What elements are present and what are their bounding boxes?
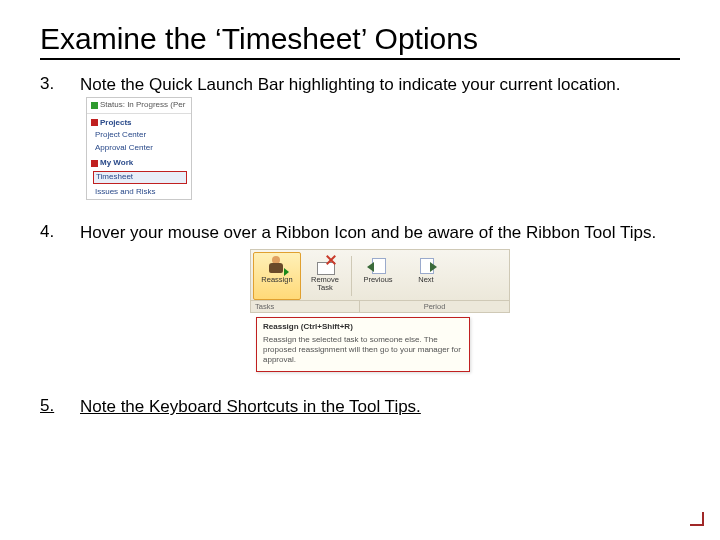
person-reassign-icon	[266, 255, 288, 275]
status-indicator-icon	[91, 102, 98, 109]
next-icon	[415, 255, 437, 275]
step-number: 5.	[40, 372, 80, 417]
remove-task-icon	[314, 255, 336, 275]
ql-section-heading: My Work	[87, 154, 191, 169]
corner-decoration-icon	[690, 512, 704, 526]
ribbon-separator	[351, 256, 352, 296]
quick-launch-screenshot: Status: In Progress (Per Projects Projec…	[86, 97, 192, 200]
ribbon-button-label: Reassign	[261, 276, 292, 284]
ribbon-button-previous: Previous	[354, 252, 402, 300]
step-number: 4.	[40, 200, 80, 373]
step-text: Note the Keyboard Shortcuts in the Tool …	[80, 397, 421, 416]
step-body: Note the Quick Launch Bar highlighting t…	[80, 66, 680, 200]
ribbon-groups: Tasks Period	[250, 301, 510, 313]
slide: Examine the ‘Timesheet’ Options 3. Note …	[0, 0, 720, 540]
step-text: Hover your mouse over a Ribbon Icon and …	[80, 223, 656, 242]
step-body: Hover your mouse over a Ribbon Icon and …	[80, 200, 680, 373]
ribbon-button-reassign: Reassign	[253, 252, 301, 300]
ribbon-group-label: Tasks	[251, 301, 360, 312]
ribbon-tooltip: Reassign (Ctrl+Shift+R) Reassign the sel…	[256, 317, 470, 372]
step-5: 5. Note the Keyboard Shortcuts in the To…	[40, 372, 680, 417]
step-text: Note the Quick Launch Bar highlighting t…	[80, 75, 621, 94]
ql-section-heading: Projects	[87, 114, 191, 129]
status-line: Status: In Progress (Per	[87, 98, 191, 114]
ql-item-selected: Timesheet	[93, 171, 187, 184]
ribbon-button-label: Previous	[363, 276, 392, 284]
bullet-icon	[91, 160, 98, 167]
ribbon-screenshot: Reassign Remove Task Previous	[250, 249, 510, 372]
slide-title: Examine the ‘Timesheet’ Options	[40, 22, 680, 60]
ribbon-button-next: Next	[402, 252, 450, 300]
ribbon-button-remove-task: Remove Task	[301, 252, 349, 300]
tooltip-title: Reassign (Ctrl+Shift+R)	[263, 322, 463, 332]
ql-item: Approval Center	[87, 142, 191, 155]
ribbon-button-label: Remove Task	[304, 276, 346, 292]
step-body: Note the Keyboard Shortcuts in the Tool …	[80, 372, 680, 417]
step-number: 3.	[40, 66, 80, 200]
previous-icon	[367, 255, 389, 275]
ribbon-group-label: Period	[360, 301, 509, 312]
bullet-icon	[91, 119, 98, 126]
ribbon-button-label: Next	[418, 276, 433, 284]
tooltip-body: Reassign the selected task to someone el…	[263, 335, 463, 365]
ql-item: Project Center	[87, 129, 191, 142]
step-3: 3. Note the Quick Launch Bar highlightin…	[40, 66, 680, 200]
ql-item: Issues and Risks	[87, 186, 191, 199]
steps-list: 3. Note the Quick Launch Bar highlightin…	[40, 66, 680, 418]
step-4: 4. Hover your mouse over a Ribbon Icon a…	[40, 200, 680, 373]
ribbon-bar: Reassign Remove Task Previous	[250, 249, 510, 301]
